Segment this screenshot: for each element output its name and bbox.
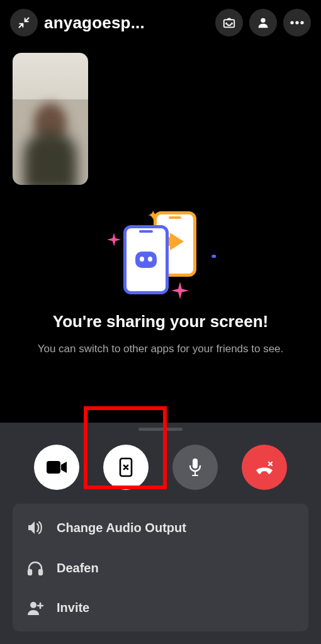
invite-icon <box>25 601 45 615</box>
hangup-button[interactable] <box>242 445 287 490</box>
svg-rect-10 <box>28 570 31 575</box>
deafen-item[interactable]: Deafen <box>13 548 308 588</box>
invite-item[interactable]: Invite <box>13 588 308 628</box>
headphones-icon <box>25 560 45 575</box>
svg-rect-7 <box>193 458 198 469</box>
svg-point-4 <box>300 21 303 24</box>
switch-camera-icon[interactable] <box>215 9 243 36</box>
collapse-icon[interactable] <box>10 9 38 36</box>
sharing-heading: You're sharing your screen! <box>38 311 284 333</box>
sparkle-icon: •• <box>211 250 214 264</box>
svg-point-12 <box>30 602 37 608</box>
svg-point-3 <box>295 21 298 24</box>
more-icon[interactable] <box>283 9 311 36</box>
menu-item-label: Invite <box>57 601 89 615</box>
svg-point-1 <box>261 18 265 23</box>
drag-handle[interactable] <box>138 428 183 431</box>
menu-item-label: Deafen <box>57 561 99 575</box>
mute-button[interactable] <box>172 445 218 490</box>
camera-button[interactable] <box>34 445 79 490</box>
sparkle-icon <box>107 233 121 247</box>
svg-rect-8 <box>194 471 196 475</box>
svg-rect-5 <box>47 461 60 474</box>
change-audio-output-item[interactable]: Change Audio Output <box>13 508 308 548</box>
menu-item-label: Change Audio Output <box>57 521 186 535</box>
svg-rect-9 <box>192 475 198 476</box>
svg-point-2 <box>290 21 293 24</box>
participant-video-tile[interactable] <box>13 53 88 185</box>
sharing-subtext: You can switch to other apps for your fr… <box>38 341 284 357</box>
speaker-icon <box>25 520 45 535</box>
sparkle-icon <box>171 282 189 299</box>
members-icon[interactable] <box>249 9 277 36</box>
call-title: anyagoesp... <box>44 13 209 33</box>
bottom-sheet: Change Audio Output Deafen Invite <box>0 423 321 644</box>
stop-screenshare-button[interactable] <box>103 445 149 490</box>
sharing-illustration: ✦ •• You're sharing your screen! You can… <box>0 208 321 357</box>
options-menu: Change Audio Output Deafen Invite <box>13 504 308 631</box>
svg-rect-11 <box>39 570 42 575</box>
